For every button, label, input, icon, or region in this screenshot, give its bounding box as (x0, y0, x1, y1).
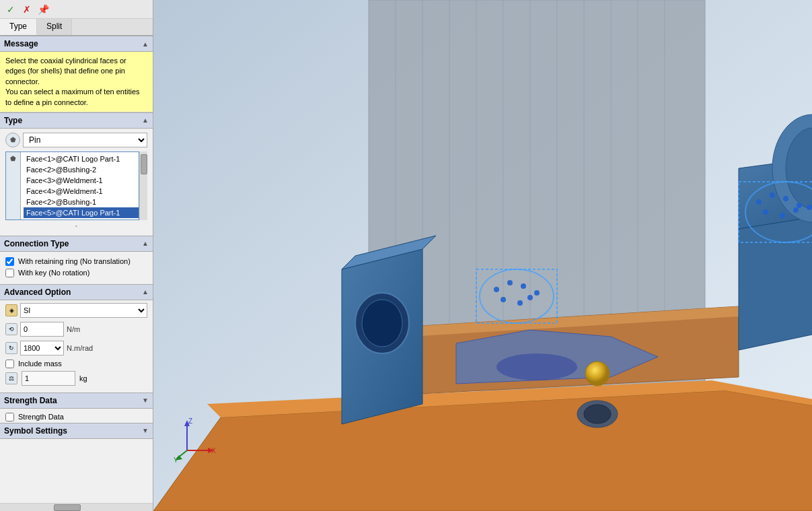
stiffness-row: ⟲ N/m (5, 322, 147, 337)
retaining-ring-checkbox[interactable] (5, 257, 14, 266)
retaining-ring-row: With retaining ring (No translation) (5, 257, 147, 266)
svg-point-49 (584, 405, 611, 423)
connection-type-label: Connection Type (4, 239, 69, 248)
strength-data-checkbox-label: Strength Data (18, 413, 64, 421)
with-key-checkbox[interactable] (5, 269, 14, 277)
svg-point-27 (501, 297, 506, 302)
face-list-container: ⬟ Face<1>@CATI Logo Part-1 Face<2>@Bushi… (5, 151, 147, 220)
panel-h-scrollbar-thumb[interactable] (54, 504, 81, 511)
symbol-settings-chevron-icon: ▼ (142, 427, 149, 434)
viewport: Z X Y (153, 0, 812, 511)
strength-data-header[interactable]: Strength Data ▼ (0, 393, 153, 409)
confirm-button[interactable]: ✓ (4, 3, 17, 16)
svg-point-39 (783, 196, 788, 201)
type-section-header[interactable]: Type ▲ (0, 112, 153, 129)
svg-marker-32 (739, 209, 812, 350)
type-header-label: Type (4, 116, 22, 125)
list-item-selected[interactable]: Face<5>@CATI Logo Part-1 (24, 207, 139, 218)
svg-point-37 (756, 199, 762, 205)
rotational-row: ↻ 1800 900 3600 N.m/rad (5, 341, 147, 355)
stiffness-icon: ⟲ (5, 323, 17, 335)
face-list-inner: ⬟ Face<1>@CATI Logo Part-1 Face<2>@Bushi… (6, 152, 139, 219)
symbol-settings-header[interactable]: Symbol Settings ▼ (0, 423, 153, 439)
svg-point-46 (496, 353, 577, 380)
toolbar: ✓ ✗ 📌 (0, 0, 153, 19)
advanced-section-body: ◈ SI IPS CGS ⟲ N/m ↻ 1800 900 3600 (0, 300, 153, 393)
message-section-header[interactable]: Message ▲ (0, 36, 153, 52)
face-list-scrollbar-thumb[interactable] (141, 154, 147, 174)
unit-icon: ◈ (5, 304, 17, 316)
scene-svg (153, 0, 812, 511)
tab-type[interactable]: Type (0, 19, 37, 35)
axis-indicator: Z X Y (174, 417, 214, 457)
type-row: ⬟ Pin Bolt Screw (5, 133, 147, 147)
connection-type-chevron-icon: ▲ (142, 240, 149, 247)
advanced-option-header[interactable]: Advanced Option ▲ (0, 284, 153, 300)
svg-point-40 (797, 203, 802, 208)
list-item[interactable]: Face<2>@Bushing-1 (24, 197, 139, 207)
list-item[interactable]: Face<1>@CATI Logo Part-1 (24, 154, 139, 164)
type-select[interactable]: Pin Bolt Screw (23, 133, 147, 147)
svg-point-38 (770, 193, 775, 198)
connection-section-body: With retaining ring (No translation) Wit… (0, 252, 153, 284)
type-section-body: ⬟ Pin Bolt Screw ⬟ Face<1>@CATI Logo Par… (0, 129, 153, 236)
panel-content: Message ▲ Select the coaxial cylindrical… (0, 36, 153, 503)
rotational-unit-label: N.m/rad (67, 344, 94, 352)
list-item[interactable]: Face<2>@Bushing-2 (24, 164, 139, 175)
include-mass-label: Include mass (18, 360, 62, 368)
rotational-icon: ↻ (5, 342, 17, 354)
connection-type-header[interactable]: Connection Type ▲ (0, 236, 153, 252)
tab-bar: Type Split (0, 19, 153, 36)
svg-point-44 (807, 205, 812, 210)
rotational-select[interactable]: 1800 900 3600 (20, 341, 64, 355)
message-text: Select the coaxial cylindrical faces or … (5, 57, 140, 106)
svg-point-28 (517, 300, 523, 306)
svg-point-23 (494, 287, 499, 292)
panel-h-scrollbar[interactable] (0, 503, 153, 511)
face-list: ⬟ Face<1>@CATI Logo Part-1 Face<2>@Bushi… (5, 151, 139, 220)
mass-input[interactable] (22, 371, 75, 386)
svg-text:X: X (211, 447, 216, 454)
list-item[interactable]: Face<3>@Weldment-1 (24, 175, 139, 186)
svg-point-42 (780, 213, 785, 218)
svg-point-43 (793, 207, 799, 213)
scene: Z X Y (153, 0, 812, 511)
with-key-label: With key (No rotation) (18, 269, 89, 277)
svg-point-24 (507, 280, 513, 285)
stiffness-input[interactable] (20, 322, 64, 337)
svg-point-47 (585, 362, 610, 386)
advanced-option-chevron-icon: ▲ (142, 288, 149, 296)
svg-point-41 (763, 209, 768, 215)
with-key-row: With key (No rotation) (5, 269, 147, 277)
svg-text:Y: Y (174, 456, 178, 464)
message-chevron-icon: ▲ (142, 40, 149, 48)
type-icon: ⬟ (5, 133, 20, 147)
include-mass-checkbox[interactable] (5, 360, 14, 368)
advanced-option-label: Advanced Option (4, 287, 71, 297)
message-box: Select the coaxial cylindrical faces or … (0, 52, 153, 112)
stiffness-unit-label: N/m (67, 325, 94, 333)
face-list-scrollbar[interactable] (139, 151, 147, 220)
strength-data-label: Strength Data (4, 396, 57, 405)
cancel-button[interactable]: ✗ (20, 3, 34, 16)
svg-point-26 (534, 290, 540, 296)
strength-section-body: Strength Data (0, 409, 153, 423)
pin-button[interactable]: 📌 (36, 3, 50, 16)
svg-point-29 (527, 295, 533, 300)
strength-data-checkbox[interactable] (5, 413, 14, 421)
tab-split[interactable]: Split (37, 19, 72, 35)
svg-point-20 (362, 300, 402, 347)
svg-text:Z: Z (188, 417, 192, 425)
mass-icon: ⚖ (5, 372, 17, 384)
face-list-items: Face<1>@CATI Logo Part-1 Face<2>@Bushing… (24, 152, 139, 219)
mass-row: ⚖ kg (5, 371, 147, 386)
mass-unit-label: kg (79, 374, 87, 382)
face-list-icon: ⬟ (6, 152, 21, 219)
type-chevron-icon: ▲ (142, 116, 149, 124)
retaining-ring-label: With retaining ring (No translation) (18, 257, 131, 265)
include-mass-row: Include mass (5, 360, 147, 368)
unit-select[interactable]: SI IPS CGS (20, 303, 147, 318)
list-item[interactable]: Face<4>@Weldment-1 (24, 186, 139, 197)
symbol-section-body (0, 439, 153, 442)
symbol-settings-label: Symbol Settings (4, 426, 67, 436)
